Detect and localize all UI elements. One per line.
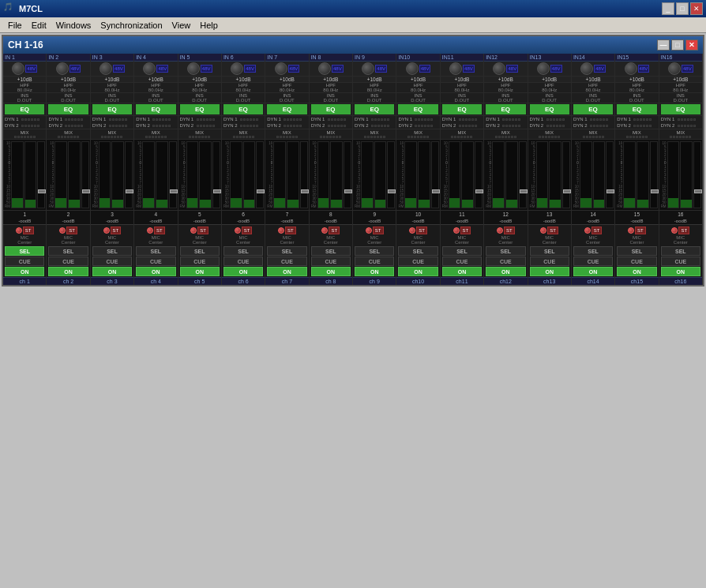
eq-button-12[interactable]: EQ — [486, 104, 525, 114]
i-button-5[interactable] — [190, 227, 197, 234]
gain-knob-8[interactable] — [318, 62, 331, 75]
gain-knob-12[interactable] — [493, 62, 505, 75]
st-button-9[interactable]: ST — [373, 227, 384, 234]
gain-knob-14[interactable] — [580, 62, 593, 75]
gain-knob-3[interactable] — [100, 62, 112, 75]
sel-button-13[interactable]: SEL — [530, 246, 569, 256]
cue-button-12[interactable]: CUE — [486, 257, 525, 266]
sel-button-6[interactable]: SEL — [223, 246, 263, 256]
fader-track-14[interactable] — [606, 141, 614, 208]
fader-track-7[interactable] — [300, 141, 308, 208]
on-button-5[interactable]: ON — [180, 267, 220, 276]
gain-knob-7[interactable] — [275, 62, 287, 75]
window-maximize-button[interactable]: □ — [671, 39, 684, 51]
st-button-3[interactable]: ST — [111, 227, 122, 234]
sel-button-16[interactable]: SEL — [661, 246, 700, 256]
i-button-10[interactable] — [409, 227, 415, 234]
st-button-4[interactable]: ST — [154, 227, 165, 234]
on-button-10[interactable]: ON — [398, 267, 437, 276]
fader-thumb-5[interactable] — [213, 189, 221, 193]
eq-button-14[interactable]: EQ — [573, 104, 613, 114]
i-button-15[interactable] — [628, 227, 634, 234]
sel-button-15[interactable]: SEL — [617, 246, 656, 256]
on-button-12[interactable]: ON — [486, 267, 525, 276]
st-button-1[interactable]: ST — [23, 227, 34, 234]
st-button-12[interactable]: ST — [504, 227, 515, 234]
fader-track-15[interactable] — [650, 141, 658, 208]
cue-button-11[interactable]: CUE — [442, 257, 482, 266]
eq-button-5[interactable]: EQ — [180, 104, 220, 114]
menu-view[interactable]: View — [167, 19, 196, 32]
gain-knob-6[interactable] — [231, 62, 243, 75]
eq-button-15[interactable]: EQ — [617, 104, 656, 114]
fader-thumb-15[interactable] — [651, 189, 659, 193]
cue-button-10[interactable]: CUE — [398, 257, 437, 266]
gain-knob-11[interactable] — [449, 62, 462, 75]
st-button-14[interactable]: ST — [591, 227, 603, 234]
st-button-5[interactable]: ST — [197, 227, 208, 234]
fader-thumb-16[interactable] — [694, 189, 702, 193]
fader-thumb-9[interactable] — [388, 189, 396, 193]
menu-windows[interactable]: Windows — [51, 19, 96, 32]
fader-track-6[interactable] — [256, 141, 264, 208]
i-button-14[interactable] — [584, 227, 591, 234]
on-button-11[interactable]: ON — [442, 267, 482, 276]
fader-track-9[interactable] — [387, 141, 395, 208]
gain-knob-5[interactable] — [187, 62, 200, 75]
fader-track-1[interactable] — [37, 141, 45, 208]
fader-track-10[interactable] — [431, 141, 439, 208]
fader-track-2[interactable] — [81, 141, 89, 208]
sel-button-2[interactable]: SEL — [48, 246, 88, 256]
on-button-7[interactable]: ON — [267, 267, 306, 276]
gain-knob-16[interactable] — [668, 62, 681, 75]
on-button-9[interactable]: ON — [355, 267, 394, 276]
eq-button-16[interactable]: EQ — [661, 104, 700, 114]
st-button-2[interactable]: ST — [66, 227, 77, 234]
st-button-7[interactable]: ST — [285, 227, 296, 234]
cue-button-9[interactable]: CUE — [355, 257, 394, 266]
fader-thumb-8[interactable] — [344, 189, 352, 193]
fader-track-4[interactable] — [169, 141, 177, 208]
fader-thumb-6[interactable] — [257, 189, 265, 193]
eq-button-10[interactable]: EQ — [398, 104, 437, 114]
close-app-button[interactable]: ✕ — [690, 2, 703, 15]
sel-button-4[interactable]: SEL — [136, 246, 175, 256]
st-button-10[interactable]: ST — [416, 227, 427, 234]
on-button-15[interactable]: ON — [617, 267, 656, 276]
cue-button-4[interactable]: CUE — [136, 257, 175, 266]
sel-button-8[interactable]: SEL — [311, 246, 351, 256]
i-button-16[interactable] — [671, 227, 678, 234]
eq-button-8[interactable]: EQ — [311, 104, 351, 114]
i-button-13[interactable] — [540, 227, 546, 234]
i-button-8[interactable] — [321, 227, 328, 234]
sel-button-12[interactable]: SEL — [486, 246, 525, 256]
on-button-2[interactable]: ON — [48, 267, 88, 276]
menu-file[interactable]: File — [3, 19, 27, 32]
gain-knob-15[interactable] — [625, 62, 637, 75]
fader-thumb-7[interactable] — [301, 189, 309, 193]
maximize-button[interactable]: □ — [676, 2, 689, 15]
i-button-4[interactable] — [147, 227, 153, 234]
i-button-12[interactable] — [497, 227, 503, 234]
fader-track-16[interactable] — [693, 141, 701, 208]
gain-knob-4[interactable] — [143, 62, 156, 75]
gain-knob-10[interactable] — [406, 62, 419, 75]
window-minimize-button[interactable]: — — [657, 39, 670, 51]
i-button-7[interactable] — [278, 227, 284, 234]
cue-button-2[interactable]: CUE — [48, 257, 88, 266]
st-button-11[interactable]: ST — [460, 227, 471, 234]
eq-button-6[interactable]: EQ — [223, 104, 263, 114]
eq-button-9[interactable]: EQ — [355, 104, 394, 114]
st-button-8[interactable]: ST — [329, 227, 340, 234]
gain-knob-2[interactable] — [56, 62, 69, 75]
fader-thumb-4[interactable] — [170, 189, 178, 193]
gain-knob-1[interactable] — [12, 62, 24, 75]
menu-help[interactable]: Help — [195, 19, 223, 32]
fader-track-12[interactable] — [519, 141, 527, 208]
fader-track-13[interactable] — [562, 141, 570, 208]
cue-button-13[interactable]: CUE — [530, 257, 569, 266]
sel-button-10[interactable]: SEL — [398, 246, 437, 256]
eq-button-11[interactable]: EQ — [442, 104, 482, 114]
eq-button-3[interactable]: EQ — [92, 104, 132, 114]
fader-thumb-11[interactable] — [475, 189, 483, 193]
